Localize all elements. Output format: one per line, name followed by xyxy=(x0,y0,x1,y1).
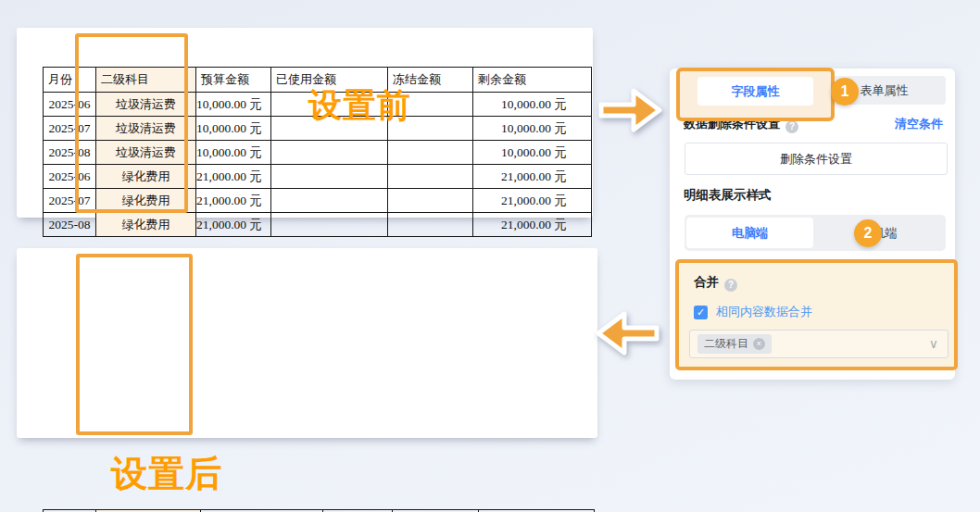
before-table-card: 月份二级科目预算金额已使用金额冻结金额剩余金额2025-06垃圾清运费10,00… xyxy=(17,28,593,218)
help-icon: ? xyxy=(724,279,737,292)
merge-field-tag: 二级科目 × xyxy=(697,334,772,354)
merge-field-select[interactable]: 二级科目 × ∨ xyxy=(689,330,949,358)
chevron-down-icon: ∨ xyxy=(929,336,938,351)
table-cell: 2025-07 xyxy=(44,117,96,141)
table-cell: 21,000.00 元 xyxy=(472,165,591,189)
table-cell: 垃圾清运费 xyxy=(96,117,196,141)
table-cell xyxy=(270,165,387,189)
column-header: 月份 xyxy=(44,68,96,93)
settings-panel: 字段属性 表单属性 1 数据删除条件设置? 清空条件 删除条件设置 明细表展示样… xyxy=(670,69,955,380)
table-row: 2025-07绿化费用21,000.00 元21,000.00 元 xyxy=(44,189,592,213)
tab-field-properties[interactable]: 字段属性 xyxy=(697,77,813,106)
table-cell: 21,000.00 元 xyxy=(196,165,271,189)
table-cell xyxy=(270,189,387,213)
after-stamp-label: 设置后 xyxy=(111,456,222,492)
merge-checkbox[interactable]: ✓ xyxy=(694,306,708,319)
table-cell xyxy=(387,213,472,237)
table-cell: 绿化费用 xyxy=(96,165,196,189)
table-cell: 绿化费用 xyxy=(96,189,196,213)
table-cell: 21,000.00 元 xyxy=(196,189,271,213)
before-stamp-label: 设置前 xyxy=(308,89,411,122)
table-cell: 10,000.00 元 xyxy=(196,117,271,141)
merge-field-tag-label: 二级科目 xyxy=(704,336,748,352)
step-2-badge: 2 xyxy=(854,219,882,247)
delete-condition-button[interactable]: 删除条件设置 xyxy=(685,143,948,175)
arrow-left-icon xyxy=(595,306,661,360)
merge-checkbox-row: ✓ 相同内容数据合并 xyxy=(694,304,812,320)
table-cell: 10,000.00 元 xyxy=(472,141,591,165)
highlight-box-merge-section: 合并? ✓ 相同内容数据合并 二级科目 × ∨ xyxy=(675,259,958,370)
after-table-card: 月份二级科目预算金额已使用金额冻结金额剩余金额2025-06垃圾清运费10,00… xyxy=(17,248,597,438)
column-header: 剩余金额 xyxy=(472,68,591,93)
step-1-badge: 1 xyxy=(831,78,859,106)
table-cell: 2025-08 xyxy=(44,213,96,237)
page: 月份二级科目预算金额已使用金额冻结金额剩余金额2025-06垃圾清运费10,00… xyxy=(0,0,980,512)
table-cell xyxy=(387,141,472,165)
table-cell: 21,000.00 元 xyxy=(472,213,591,237)
table-row: 2025-08绿化费用21,000.00 元21,000.00 元 xyxy=(44,213,592,237)
table-cell: 2025-06 xyxy=(44,93,96,117)
table-cell: 10,000.00 元 xyxy=(196,141,271,165)
table-cell: 2025-07 xyxy=(44,189,96,213)
table-cell xyxy=(387,165,472,189)
table-cell: 垃圾清运费 xyxy=(96,141,196,165)
column-header: 预算金额 xyxy=(196,68,271,93)
table-cell: 2025-08 xyxy=(44,141,96,165)
table-cell: 10,000.00 元 xyxy=(196,93,271,117)
table-cell: 21,000.00 元 xyxy=(196,213,271,237)
merge-title: 合并? xyxy=(694,274,737,292)
table-cell xyxy=(270,213,387,237)
table-cell: 2025-06 xyxy=(44,165,96,189)
column-header: 二级科目 xyxy=(96,68,196,93)
table-cell: 21,000.00 元 xyxy=(472,189,591,213)
help-icon: ? xyxy=(785,120,798,133)
arrow-right-icon xyxy=(597,83,663,137)
table-cell: 垃圾清运费 xyxy=(96,93,196,117)
close-icon[interactable]: × xyxy=(753,338,765,350)
table-cell xyxy=(387,189,472,213)
table-cell xyxy=(270,141,387,165)
segment-pc[interactable]: 电脑端 xyxy=(686,218,813,248)
table-row: 2025-08垃圾清运费10,000.00 元10,000.00 元 xyxy=(44,141,592,165)
detail-style-title: 明细表展示样式 xyxy=(684,187,772,204)
table-cell: 10,000.00 元 xyxy=(472,93,591,117)
merge-checkbox-label: 相同内容数据合并 xyxy=(716,304,812,320)
table-cell: 绿化费用 xyxy=(96,213,196,237)
table-cell: 10,000.00 元 xyxy=(472,117,591,141)
merge-title-text: 合并 xyxy=(694,275,719,289)
table-row: 2025-06绿化费用21,000.00 元21,000.00 元 xyxy=(44,165,592,189)
clear-condition-link[interactable]: 清空条件 xyxy=(895,116,943,132)
